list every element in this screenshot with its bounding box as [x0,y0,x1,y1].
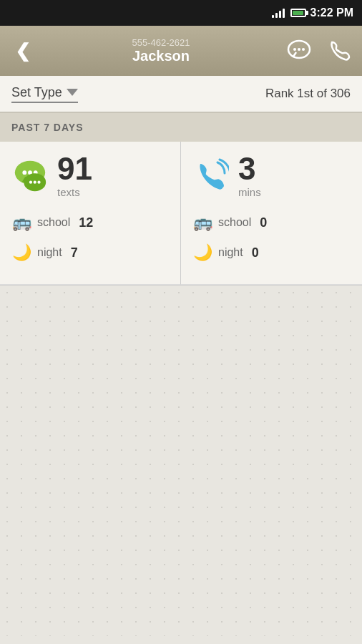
status-time: 3:22 PM [310,6,353,19]
calls-icon [192,157,230,195]
svg-point-9 [29,180,32,183]
signal-bar-4 [283,9,285,18]
calls-main: 3 mins [192,153,351,198]
call-icon [328,39,351,62]
main-background [0,286,362,636]
contact-name: Jackson [132,48,190,64]
dropdown-arrow-icon [67,89,78,96]
signal-bar-1 [272,15,274,18]
call-button[interactable] [325,36,353,65]
svg-point-3 [302,48,305,51]
calls-school-label: school [218,216,251,229]
back-button[interactable]: ❮ [9,36,37,65]
texts-count: 91 [57,153,92,185]
night-icon-texts: 🌙 [11,243,31,263]
texts-night-label: night [37,246,62,259]
back-arrow-icon: ❮ [15,42,31,60]
school-bus-icon-calls: 🚌 [192,213,212,233]
texts-number-label: 91 texts [57,153,92,198]
calls-number-label: 3 mins [238,153,261,198]
texts-school-value: 12 [79,215,93,230]
texts-night-row: 🌙 night 7 [11,243,169,263]
calls-cell: 3 mins 🚌 school 0 🌙 night 0 [181,142,362,285]
night-icon-calls: 🌙 [192,243,212,263]
phone-ring-icon [193,158,229,194]
calls-night-label: night [218,246,243,259]
section-title: PAST 7 DAYS [11,122,83,133]
message-button[interactable] [285,36,313,65]
svg-point-10 [34,180,36,183]
calls-night-value: 0 [252,245,259,260]
message-icon [286,38,312,64]
toolbar: Set Type Rank 1st of 306 [0,76,362,113]
texts-school-row: 🚌 school 12 [11,213,169,233]
svg-point-5 [22,170,26,175]
battery-fill [293,11,303,15]
calls-night-row: 🌙 night 0 [192,243,351,263]
calls-school-row: 🚌 school 0 [192,213,351,233]
signal-bar-2 [275,13,278,18]
school-bus-icon-texts: 🚌 [11,213,31,233]
rank-text: Rank 1st of 306 [265,87,351,101]
header: ❮ 555-462-2621 Jackson [0,26,362,76]
stats-grid: 91 texts 🚌 school 12 🌙 night 7 [0,142,362,286]
signal-bar-3 [279,11,281,18]
chat-bubble-icon [11,158,49,194]
header-icons [285,36,353,65]
section-header: PAST 7 DAYS [0,113,362,142]
calls-label: mins [238,186,261,198]
texts-school-label: school [37,216,70,229]
texts-night-value: 7 [71,245,78,260]
header-center: 555-462-2621 Jackson [132,37,190,64]
calls-count: 3 [238,153,261,185]
texts-icon [11,157,49,195]
battery-icon [290,9,306,17]
texts-label: texts [57,186,92,198]
texts-cell: 91 texts 🚌 school 12 🌙 night 7 [0,142,181,285]
status-bar: 3:22 PM [0,0,362,26]
texts-main: 91 texts [11,153,169,198]
contact-phone: 555-462-2621 [132,37,190,48]
svg-point-1 [293,48,296,51]
svg-point-2 [298,48,300,51]
calls-school-value: 0 [260,215,267,230]
signal-icon [272,8,285,18]
svg-point-11 [37,180,40,183]
set-type-dropdown[interactable]: Set Type [11,85,78,103]
set-type-label: Set Type [11,85,62,100]
